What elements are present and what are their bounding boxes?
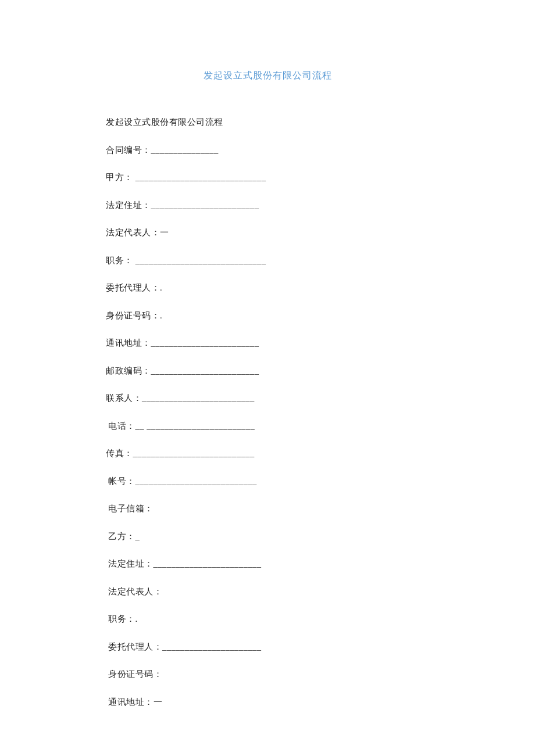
line-heading: 发起设立式股份有限公司流程 [106,118,465,127]
line-position-a: 职务： _____________________________ [106,256,465,265]
line-position-b: 职务：. [106,615,465,624]
document-title: 发起设立式股份有限公司流程 [106,70,465,82]
line-party-b: 乙方：_ [106,532,465,541]
line-mail-address-a: 通讯地址：________________________ [106,339,465,347]
line-fax-a: 传真：___________________________ [106,449,465,458]
line-party-a: 甲方： _____________________________ [106,173,465,182]
line-legal-rep-a: 法定代表人：一 [106,228,465,237]
line-phone-a: 电话：__ ________________________ [106,422,465,431]
line-contact-a: 联系人：_________________________ [106,394,465,403]
line-mail-address-b: 通讯地址：一 [106,698,465,707]
line-id-number-a: 身份证号码：. [106,311,465,320]
line-postal-code-a: 邮政编码：________________________ [106,367,465,375]
line-legal-address-b: 法定住址：________________________ [106,560,465,568]
line-id-number-b: 身份证号码： [106,670,465,679]
line-agent-b: 委托代理人：______________________ [106,643,465,651]
line-legal-rep-b: 法定代表人： [106,587,465,596]
line-legal-address-a: 法定住址：________________________ [106,201,465,210]
line-agent-a: 委托代理人：. [106,284,465,292]
line-account-a: 帐号：___________________________ [106,477,465,486]
line-contract-number: 合同编号：_______________ [106,146,465,155]
document-page: 发起设立式股份有限公司流程 发起设立式股份有限公司流程 合同编号：_______… [0,0,535,756]
line-email-a: 电子信箱： [106,504,465,513]
